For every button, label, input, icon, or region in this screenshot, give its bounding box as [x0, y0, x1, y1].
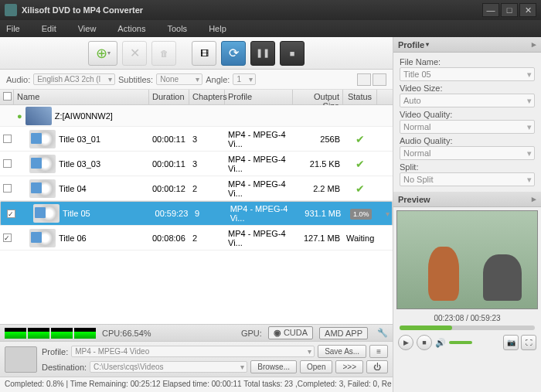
add-disc-button[interactable]: ⊕▾ [88, 41, 117, 66]
disc-row[interactable]: ●Z:[AIW0NNW2] [0, 105, 393, 127]
pause-button[interactable]: ❚❚ [250, 41, 275, 66]
row-checkbox[interactable] [3, 159, 12, 168]
cell-profile: MP4 - MPEG-4 Vi... [225, 130, 293, 148]
amd-chip[interactable]: AMD APP [319, 327, 368, 339]
menu-bar: File Edit View Actions Tools Help [0, 20, 541, 37]
filename-field[interactable]: Title 05 [400, 67, 535, 81]
cell-status: Waiting [343, 233, 377, 243]
col-status[interactable]: Status [343, 90, 377, 104]
title-name: Title 03_03 [59, 159, 100, 169]
disc-name: Z:[AIW0NNW2] [55, 111, 113, 121]
wrench-icon[interactable]: 🔧 [377, 328, 388, 338]
table-header: Name Duration Chapters Profile Output Si… [0, 90, 393, 105]
progress-badge: 1.0% [350, 209, 373, 220]
volume-slider[interactable] [449, 341, 472, 344]
view-toggle [357, 73, 386, 86]
power-button[interactable]: ⏻ [366, 360, 388, 373]
cell-profile: MP4 - MPEG-4 Vi... [225, 155, 293, 173]
title-name: Title 04 [59, 184, 87, 193]
profile-panel: File Name: Title 05 Video Size: Auto Vid… [393, 53, 541, 192]
menu-edit[interactable]: Edit [42, 24, 56, 33]
menu-actions[interactable]: Actions [117, 24, 145, 33]
check-all[interactable] [3, 92, 12, 101]
profile-icon [5, 346, 37, 373]
table-row[interactable]: Title 0600:08:062MP4 - MPEG-4 Vi...127.1… [0, 226, 393, 251]
cell-chapters: 2 [189, 233, 225, 243]
menu-view[interactable]: View [78, 24, 97, 33]
col-chapters[interactable]: Chapters [189, 90, 225, 104]
browse-button[interactable]: Browse... [250, 360, 297, 373]
col-name[interactable]: Name [14, 90, 149, 104]
maximize-button[interactable]: □ [501, 3, 518, 17]
table-row[interactable]: Title 0400:00:122MP4 - MPEG-4 Vi...2.2 M… [0, 176, 393, 201]
minimize-button[interactable]: — [482, 3, 499, 17]
preview-video[interactable] [396, 210, 538, 309]
split-field[interactable]: No Split [400, 172, 535, 186]
menu-file[interactable]: File [6, 24, 20, 33]
title-icon [33, 204, 60, 223]
menu-tools[interactable]: Tools [167, 24, 187, 33]
clip-button[interactable]: 🎞 [192, 41, 216, 66]
stop-preview-button[interactable]: ■ [417, 335, 432, 350]
fullscreen-button[interactable]: ⛶ [521, 335, 536, 350]
clear-button[interactable]: 🗑 [151, 41, 176, 66]
preview-slider[interactable] [400, 326, 535, 330]
cell-size: 256B [293, 135, 343, 144]
status-bar: Completed: 0.8% | Time Remaining: 00:25:… [0, 377, 393, 392]
cell-status: ✔ [343, 133, 377, 145]
menu-help[interactable]: Help [209, 24, 226, 33]
dvd-icon [26, 107, 52, 125]
cell-status: ✔ [343, 182, 377, 195]
table-row[interactable]: Title 03_0300:00:113MP4 - MPEG-4 Vi...21… [0, 152, 393, 176]
col-duration[interactable]: Duration [149, 90, 189, 104]
preview-controls: ▶ ■ 🔊 📷 ⛶ [393, 332, 541, 353]
view-list-button[interactable] [357, 73, 371, 86]
aq-field[interactable]: Normal [400, 146, 535, 160]
view-grid-button[interactable] [373, 73, 386, 86]
open-button[interactable]: Open [300, 360, 332, 373]
cuda-chip[interactable]: ◉ CUDA [268, 326, 313, 339]
profile-select[interactable]: MP4 - MPEG-4 Video [71, 346, 315, 357]
cell-status: 1.0% [344, 209, 378, 218]
convert-button[interactable]: ⟳ [221, 41, 246, 66]
disc-plus-icon: ⊕ [96, 45, 107, 62]
vq-field[interactable]: Normal [400, 120, 535, 134]
cpu-bar: CPU:66.54% GPU: ◉ CUDA AMD APP 🔧 [0, 324, 393, 341]
profile-panel-header[interactable]: Profile▾▸ [393, 37, 541, 53]
start-button[interactable]: >>> [335, 360, 363, 373]
title-icon [29, 155, 56, 173]
panel-collapse-icon[interactable]: ▸ [532, 39, 536, 49]
snapshot-button[interactable]: 📷 [503, 335, 519, 350]
trash-icon: 🗑 [160, 49, 168, 58]
split-label: Split: [400, 162, 535, 172]
row-checkbox[interactable] [7, 210, 15, 218]
expand-icon[interactable]: ● [17, 111, 22, 121]
stop-button[interactable]: ■ [280, 41, 305, 66]
profile-menu-button[interactable]: ≡ [369, 345, 388, 358]
refresh-icon: ⟳ [229, 46, 239, 60]
saveas-button[interactable]: Save As... [318, 345, 366, 358]
row-checkbox[interactable] [3, 233, 12, 242]
app-logo-icon [5, 4, 17, 16]
table-row[interactable]: Title 03_0100:00:113MP4 - MPEG-4 Vi...25… [0, 127, 393, 152]
row-checkbox[interactable] [3, 184, 12, 193]
angle-select[interactable]: 1 [233, 73, 256, 85]
delete-button[interactable]: ✕ [122, 41, 147, 66]
aq-label: Audio Quality: [400, 136, 535, 145]
cell-profile: MP4 - MPEG-4 Vi... [227, 204, 294, 223]
play-button[interactable]: ▶ [398, 335, 413, 350]
volume-icon[interactable]: 🔊 [435, 338, 446, 348]
subtitles-select[interactable]: None [156, 73, 202, 85]
vsize-field[interactable]: Auto [400, 94, 535, 107]
audio-select[interactable]: English AC3 2ch (l [33, 73, 115, 85]
dest-field[interactable]: C:\Users\cqs\Videos [90, 361, 247, 373]
col-size[interactable]: Output Size [293, 90, 343, 104]
check-icon: ✔ [356, 158, 365, 170]
preview-collapse-icon[interactable]: ▸ [532, 194, 536, 204]
preview-panel-header[interactable]: Preview▸ [393, 192, 541, 207]
table-row[interactable]: Title 0500:59:239MP4 - MPEG-4 Vi...931.1… [0, 201, 393, 226]
row-checkbox[interactable] [3, 135, 12, 143]
close-button[interactable]: ✕ [519, 3, 536, 17]
col-profile[interactable]: Profile [225, 90, 293, 104]
title-icon [29, 229, 56, 247]
